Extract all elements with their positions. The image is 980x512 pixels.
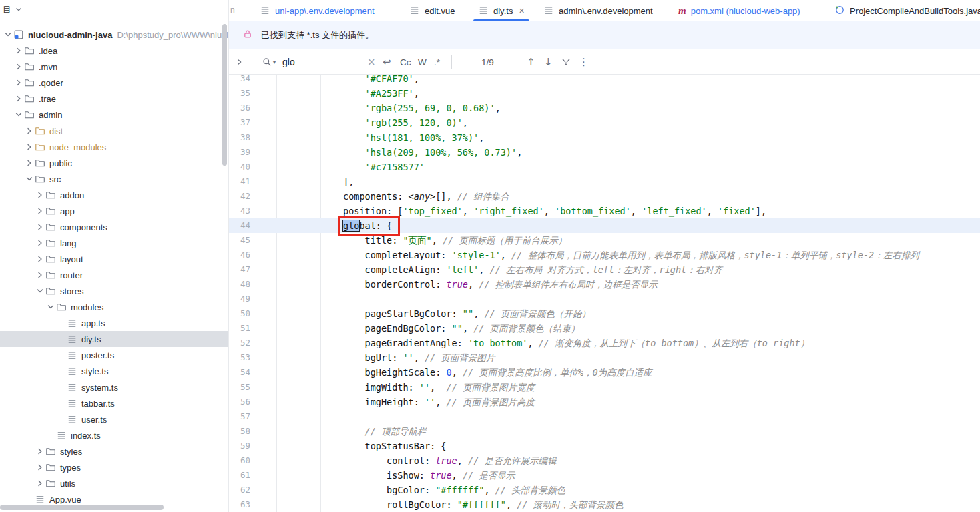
close-tab-icon[interactable]: × [519,5,524,16]
tree-item-niucloud-admin-java[interactable]: niucloud-admin-javaD:\phpstudy_pro\WWW\n… [0,27,228,43]
chevron-right-icon[interactable] [35,446,45,457]
chevron-down-icon[interactable] [24,174,35,184]
code-line[interactable]: 51 pageEndBgColor: "", // 页面背景颜色（结束） [229,321,980,336]
tab-diy.ts[interactable]: diy.ts× [473,0,529,21]
tab-pom.xml-niucloud-web-app-[interactable]: mpom.xml (niucloud-web-app) [674,0,805,21]
code-line[interactable]: 58 // 顶部导航栏 [229,424,980,439]
chevron-right-icon[interactable] [13,93,24,104]
tree-item-style.ts[interactable]: style.ts [0,363,228,379]
code-line[interactable]: 48 borderControl: true, // 控制表单组件左右布局时，边… [229,277,980,292]
more-options-button[interactable]: ⋮ [579,49,589,75]
code-line[interactable]: 42 components: <any>[], // 组件集合 [229,189,980,204]
tab-edit.vue[interactable]: edit.vue [405,0,460,21]
tree-horizontal-scrollbar[interactable] [0,505,164,510]
code-line[interactable]: 37 'rgb(255, 120, 0)', [229,115,980,130]
chevron-right-icon[interactable] [13,61,24,72]
tree-item-addon[interactable]: addon [0,187,228,203]
tab-uni-app-.env.development[interactable]: uni-app\.env.development [255,0,379,21]
tree-item-node-modules[interactable]: node_modules [0,139,228,155]
tree-item-tabbar.ts[interactable]: tabbar.ts [0,395,228,411]
chevron-right-icon[interactable] [35,238,45,248]
chevron-right-icon[interactable] [35,222,45,232]
tree-item-poster.ts[interactable]: poster.ts [0,347,228,363]
tree-item-utils[interactable]: utils [0,475,228,491]
chevron-down-icon[interactable] [14,5,23,16]
chevron-right-icon[interactable] [35,462,45,473]
chevron-down-icon[interactable] [13,109,24,120]
tree-item-router[interactable]: router [0,267,228,283]
tab-admin-.env.development[interactable]: admin\.env.development [539,0,658,21]
tree-item-diy.ts[interactable]: diy.ts [0,331,228,347]
expand-search-chevron-icon[interactable] [233,49,246,75]
tree-item-admin[interactable]: admin [0,107,228,123]
code-line[interactable]: 34 '#CFAF70', [229,75,980,86]
code-line[interactable]: 56 imgHeight: '', // 页面背景图片高度 [229,395,980,409]
code-line[interactable]: 54 bgHeightScale: 0, // 页面背景高度比例，单位%，0为高… [229,365,980,380]
chevron-right-icon[interactable] [35,206,45,216]
code-line[interactable]: 50 pageStartBgColor: "", // 页面背景颜色（开始） [229,306,980,321]
tree-item-dist[interactable]: dist [0,123,228,139]
code-line[interactable]: 47 completeAlign: 'left', // 左右布局 对齐方式，l… [229,262,980,277]
chevron-down-icon[interactable] [3,29,13,40]
code-line[interactable]: 53 bgUrl: '', // 页面背景图片 [229,350,980,365]
chevron-right-icon[interactable] [13,45,24,56]
code-line[interactable]: 57 [229,409,980,424]
chevron-right-icon[interactable] [35,190,45,200]
code-editor[interactable]: 34 '#CFAF70',35 '#A253FF',36 'rgba(255, … [229,75,980,512]
search-icon[interactable] [261,49,273,75]
code-line[interactable]: 38 'hsl(181, 100%, 37%)', [229,130,980,145]
tree-item-app.ts[interactable]: app.ts [0,315,228,331]
tree-vertical-scrollbar[interactable] [222,24,227,166]
chevron-right-icon[interactable] [35,254,45,264]
tree-item-public[interactable]: public [0,155,228,171]
regex-button[interactable]: .* [434,49,440,75]
next-match-button[interactable]: ↓ [544,49,553,75]
tree-item-.mvn[interactable]: .mvn [0,59,228,75]
chevron-right-icon[interactable] [35,270,45,280]
code-line[interactable]: 40 '#c7158577' [229,160,980,174]
tree-item-app[interactable]: app [0,203,228,219]
tree-item-styles[interactable]: styles [0,443,228,459]
chevron-right-icon[interactable] [13,77,24,88]
chevron-right-icon[interactable] [24,125,35,136]
clear-search-icon[interactable]: × [367,49,376,75]
chevron-right-icon[interactable] [24,142,35,152]
code-line[interactable]: 55 imgWidth: '', // 页面背景图片宽度 [229,380,980,395]
code-line[interactable]: 52 pageGradientAngle: 'to bottom', // 渐变… [229,336,980,350]
tree-item-lang[interactable]: lang [0,235,228,251]
code-line[interactable]: 49 [229,292,980,306]
code-line[interactable]: 35 '#A253FF', [229,86,980,101]
tree-item-layout[interactable]: layout [0,251,228,267]
tree-item-stores[interactable]: stores [0,283,228,299]
chevron-down-icon[interactable] [35,286,45,296]
tree-item-.qoder[interactable]: .qoder [0,75,228,91]
tree-item-user.ts[interactable]: user.ts [0,411,228,427]
previous-match-button[interactable]: ↑ [527,49,535,75]
tree-item-src[interactable]: src [0,171,228,187]
tree-item-types[interactable]: types [0,459,228,475]
words-button[interactable]: W [418,49,427,75]
code-line[interactable]: 60 control: true, // 是否允许展示编辑 [229,453,980,468]
code-line[interactable]: 36 'rgba(255, 69, 0, 0.68)', [229,101,980,115]
tree-item-index.ts[interactable]: index.ts [0,427,228,443]
tree-item-system.ts[interactable]: system.ts [0,379,228,395]
project-tool-window-header[interactable]: 目 [0,0,23,20]
search-input[interactable]: glo [282,49,295,75]
tab-ProjectCompileAndBuildTools.java[interactable]: ProjectCompileAndBuildTools.java [830,0,980,21]
code-line[interactable]: 59 topStatusBar: { [229,439,980,453]
code-line[interactable]: 41 ], [229,174,980,189]
code-line[interactable]: 39 'hsla(209, 100%, 56%, 0.73)', [229,145,980,160]
tree-item-.idea[interactable]: .idea [0,43,228,59]
tree-item-.trae[interactable]: .trae [0,91,228,107]
tree-item-components[interactable]: components [0,219,228,235]
code-line[interactable]: 63 rollBgColor: "#ffffff", // 滚动时，头部背景颜色 [229,497,980,512]
code-line[interactable]: 61 isShow: true, // 是否显示 [229,468,980,483]
tree-item-modules[interactable]: modules [0,299,228,315]
search-history-caret-icon[interactable]: ▾ [273,49,276,75]
match-case-button[interactable]: Cc [400,49,411,75]
code-line[interactable]: 62 bgColor: "#ffffff", // 头部背景颜色 [229,483,980,497]
chevron-down-icon[interactable] [45,302,56,312]
filter-button[interactable] [560,49,572,75]
newline-icon[interactable]: ↩ [383,49,391,75]
tree-item-App.vue[interactable]: App.vue [0,491,228,504]
